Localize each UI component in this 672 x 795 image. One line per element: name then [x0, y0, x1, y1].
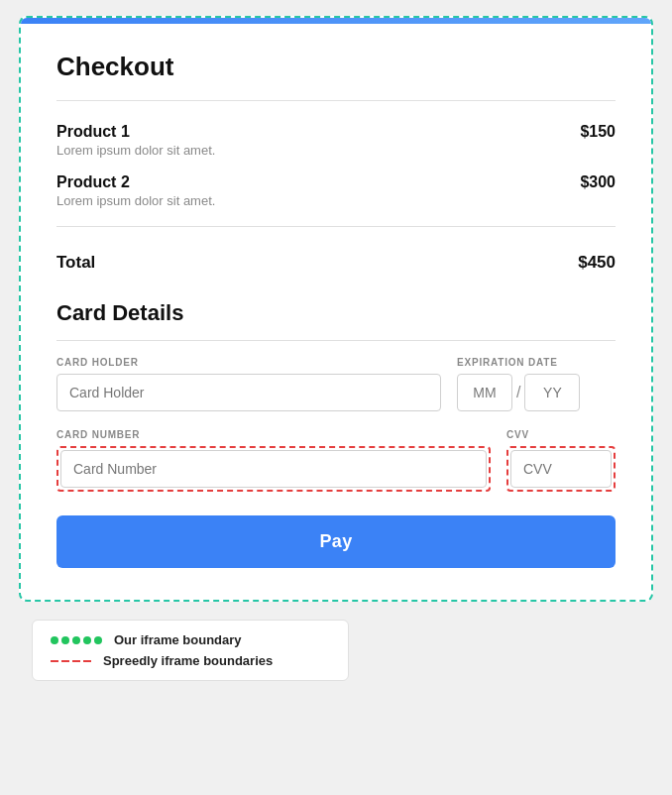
expiry-yy-input[interactable] [524, 374, 580, 411]
product-1-info: Product 1 Lorem ipsum dolor sit amet. [56, 123, 215, 158]
product-2-price: $300 [580, 173, 616, 191]
product-2-desc: Lorem ipsum dolor sit amet. [56, 193, 215, 208]
checkout-container: Checkout Product 1 Lorem ipsum dolor sit… [21, 24, 651, 600]
legend-item-spreedly: Spreedly iframe boundaries [51, 653, 330, 668]
dot-4 [83, 636, 91, 644]
legend-iframe-text: Our iframe boundary [114, 632, 242, 647]
dot-3 [72, 636, 80, 644]
form-row-1: CARD HOLDER EXPIRATION DATE / [56, 357, 616, 411]
cvv-label: CVV [506, 429, 616, 440]
card-holder-input[interactable] [56, 374, 441, 411]
dash-1 [51, 660, 58, 662]
card-number-input[interactable] [60, 450, 487, 488]
legend: Our iframe boundary Spreedly iframe boun… [32, 620, 349, 681]
dot-5 [94, 636, 102, 644]
product-1-name: Product 1 [56, 123, 215, 141]
expiry-slash: / [516, 384, 520, 401]
legend-spreedly-text: Spreedly iframe boundaries [103, 653, 273, 668]
dash-3 [72, 660, 80, 662]
page-wrapper: Checkout Product 1 Lorem ipsum dolor sit… [0, 0, 672, 795]
form-row-2: CARD NUMBER CVV [56, 429, 616, 492]
total-row: Total $450 [56, 239, 616, 283]
cvv-input[interactable] [510, 450, 612, 488]
total-label: Total [56, 253, 95, 273]
total-amount: $450 [578, 253, 616, 273]
card-holder-group: CARD HOLDER [56, 357, 441, 411]
cvv-group: CVV [506, 429, 616, 492]
red-dashes [51, 660, 91, 662]
product-2-row: Product 2 Lorem ipsum dolor sit amet. $3… [56, 164, 616, 214]
pay-button[interactable]: Pay [56, 515, 616, 568]
cvv-iframe-border [506, 446, 616, 492]
form-divider [56, 340, 616, 341]
card-number-group: CARD NUMBER [56, 429, 491, 492]
expiry-mm-input[interactable] [457, 374, 512, 411]
expiry-group: EXPIRATION DATE / [457, 357, 616, 411]
product-1-desc: Lorem ipsum dolor sit amet. [56, 143, 215, 158]
dash-4 [83, 660, 91, 662]
dot-2 [61, 636, 69, 644]
product-1-row: Product 1 Lorem ipsum dolor sit amet. $1… [56, 113, 616, 164]
expiry-label: EXPIRATION DATE [457, 357, 616, 368]
card-details-title: Card Details [56, 300, 616, 326]
legend-item-iframe: Our iframe boundary [51, 632, 330, 647]
dash-2 [61, 660, 69, 662]
card-number-iframe-border [56, 446, 491, 492]
outer-frame: Checkout Product 1 Lorem ipsum dolor sit… [19, 16, 653, 602]
dot-1 [51, 636, 58, 644]
expiry-inputs: / [457, 374, 616, 411]
product-2-name: Product 2 [56, 173, 215, 191]
checkout-title: Checkout [56, 52, 616, 82]
middle-divider [56, 226, 616, 227]
top-divider [56, 100, 616, 101]
card-number-label: CARD NUMBER [56, 429, 491, 440]
card-holder-label: CARD HOLDER [56, 357, 441, 368]
product-1-price: $150 [580, 123, 616, 141]
product-2-info: Product 2 Lorem ipsum dolor sit amet. [56, 173, 215, 208]
green-dots [51, 636, 102, 644]
